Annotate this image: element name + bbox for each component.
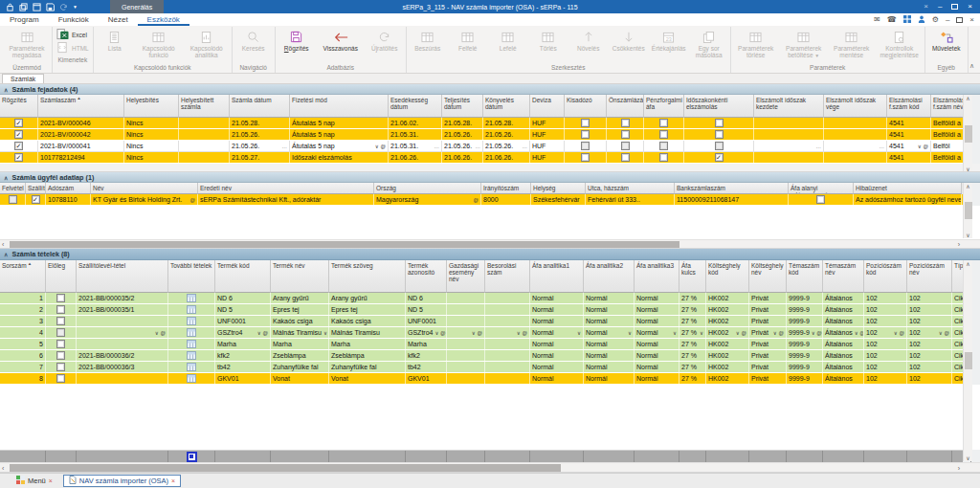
grid-cell[interactable]: Normál — [635, 339, 679, 349]
grid-cell[interactable]: 27 % — [679, 304, 706, 315]
scroll-right-icon[interactable]: › — [956, 463, 962, 473]
column-header[interactable]: Termék azonosító — [406, 260, 447, 293]
parameterek-betoltese-button[interactable]: Paraméterek betöltése ▼ — [780, 27, 828, 59]
grid-cell[interactable] — [77, 339, 168, 349]
cell-adornments[interactable]: ∨ @ — [256, 330, 268, 336]
cell-adornments[interactable]: ∨ @ — [853, 330, 864, 336]
grid-cell[interactable] — [447, 304, 485, 315]
column-header[interactable]: Előleg — [46, 260, 77, 293]
column-header[interactable]: Felvétel — [0, 183, 26, 194]
grid-cell[interactable]: Vonat — [329, 373, 406, 384]
grid-cell[interactable]: 102 — [907, 373, 952, 384]
beszuras-button[interactable]: Beszúrás — [408, 27, 448, 52]
grid-cell[interactable] — [485, 304, 530, 315]
grid-cell[interactable] — [46, 304, 77, 315]
grid-cell[interactable]: sERPa Számítástechnikai Kft., adóraktár — [198, 194, 374, 205]
grid-cell[interactable] — [684, 141, 754, 151]
grid-cell[interactable] — [754, 118, 824, 128]
grid-cell[interactable]: ✓ — [26, 194, 46, 205]
grid-cell[interactable]: Nincs — [124, 129, 179, 140]
grid-cell[interactable]: Zseblámpa — [329, 350, 406, 361]
checkbox[interactable] — [9, 195, 17, 204]
grid-cell[interactable]: tb42 — [406, 362, 447, 372]
close-document-icon[interactable]: × — [924, 3, 928, 11]
grid-cell[interactable]: Cikk — [952, 362, 963, 372]
grid-cell[interactable]: Normál — [584, 373, 635, 384]
column-header[interactable]: Irányítószám — [481, 183, 531, 194]
scroll-thumb[interactable] — [965, 352, 972, 369]
checkbox[interactable] — [715, 130, 724, 139]
cell-adornments[interactable]: ∨ @ — [470, 330, 482, 336]
grid-cell[interactable]: Normál — [584, 350, 635, 361]
subitems-grid-icon[interactable] — [187, 294, 196, 302]
scroll-up-icon[interactable]: ∧ — [966, 260, 969, 267]
cell-adornments[interactable]: ∨ — [698, 330, 703, 336]
close-tab-icon[interactable]: × — [171, 477, 175, 484]
grid-cell[interactable]: 102 — [864, 350, 907, 361]
grid-cell[interactable]: GSZtro4∨ @ — [406, 327, 447, 338]
grid-cell[interactable]: 8 — [0, 373, 46, 384]
grid-cell[interactable]: 9999-9 — [787, 362, 823, 372]
grid-cell[interactable] — [565, 141, 607, 151]
cell-adornments[interactable]: … — [814, 144, 822, 149]
grid-cell[interactable]: Belföl∨ — [931, 141, 963, 151]
grid-cell[interactable]: KT Gyár és Birtok Holding Zrt.@ — [91, 194, 198, 205]
statusbar-tab-menu[interactable]: Menü × — [11, 475, 57, 487]
grid-cell[interactable]: Zseblámpa — [271, 350, 329, 361]
grid-cell[interactable]: GKV01 — [406, 373, 447, 384]
focused-footer-checkbox[interactable] — [187, 452, 197, 462]
grid-cell[interactable]: Általános∨ @ — [823, 327, 864, 338]
grid-cell[interactable] — [46, 373, 77, 384]
column-header[interactable]: Elszámolási f.szám kód — [887, 95, 931, 118]
tab-nezet[interactable]: Nézet — [99, 13, 138, 26]
close-button[interactable]: × — [968, 3, 972, 11]
grid-cell[interactable]: 6 — [0, 350, 46, 361]
column-header[interactable]: Rögzítés — [0, 95, 38, 118]
redo-icon[interactable] — [59, 3, 68, 11]
grid-cell[interactable]: Privát∨ @ — [749, 327, 787, 338]
grid-cell[interactable]: 21.05.26.… — [230, 141, 290, 151]
grid-cell[interactable]: 102 — [907, 350, 952, 361]
column-header[interactable]: Könyvelés dátum — [483, 95, 530, 118]
grid-cell[interactable] — [179, 118, 230, 128]
grid-cell[interactable]: 10788110 — [46, 194, 91, 205]
footer-cell[interactable] — [584, 451, 635, 462]
grid-cell[interactable]: Normál — [635, 350, 679, 361]
table-row[interactable]: 8GKV01VonatVonatGKV01NormálNormálNormál2… — [0, 373, 963, 385]
checkbox[interactable] — [715, 119, 724, 127]
grid-cell[interactable] — [46, 327, 77, 338]
grid-cell[interactable] — [684, 129, 754, 140]
footer-cell[interactable] — [329, 451, 406, 462]
customize-caret-icon[interactable]: ▼ — [73, 4, 78, 10]
column-header[interactable]: Áfa alanyi adómentesség — [789, 183, 854, 194]
grid-cell[interactable]: Nincs — [124, 118, 179, 128]
grid-cell[interactable] — [46, 362, 77, 372]
cell-adornments[interactable]: ∨ @ — [810, 330, 822, 336]
grid-cell[interactable]: 3 — [0, 316, 46, 326]
grid-cell[interactable]: Normál∨ — [584, 327, 635, 338]
grid-cell[interactable]: Nincs — [124, 141, 179, 151]
parameterek-megadasa-button[interactable]: Paraméterek megadása — [3, 27, 51, 59]
horizontal-scrollbar[interactable]: ‹ › — [0, 239, 980, 249]
table-row[interactable]: ✓2021-BV/000042Nincs21.05.26.Átutalás 5 … — [0, 129, 963, 141]
checkbox[interactable]: ✓ — [14, 119, 23, 127]
grid-cell[interactable]: Privát — [749, 339, 787, 349]
grid-cell[interactable] — [168, 339, 215, 349]
grid-cell[interactable]: 102 — [864, 339, 907, 349]
grid-cell[interactable]: Arany gyűrű — [271, 293, 329, 303]
footer-cell[interactable] — [406, 451, 447, 462]
apps-grid-icon[interactable] — [903, 15, 911, 25]
grid-cell[interactable] — [644, 152, 684, 163]
column-header[interactable]: Gazdasági esemény név — [447, 260, 485, 293]
checkbox[interactable] — [56, 363, 65, 371]
cell-adornments[interactable]: ∨ — [626, 330, 632, 336]
grid-cell[interactable]: Privát — [749, 304, 787, 315]
footer-cell[interactable] — [271, 451, 329, 462]
cell-adornments[interactable]: ∨ @ — [916, 144, 928, 149]
grid-cell[interactable]: 4 — [0, 327, 46, 338]
grid-cell[interactable]: ✓ — [684, 152, 754, 163]
grid-cell[interactable]: UNF0001 — [215, 316, 271, 326]
grid-cell[interactable] — [485, 362, 530, 372]
grid-cell[interactable]: Cikk — [952, 373, 963, 384]
grid-cell[interactable]: 21.05.26.… — [483, 141, 530, 151]
